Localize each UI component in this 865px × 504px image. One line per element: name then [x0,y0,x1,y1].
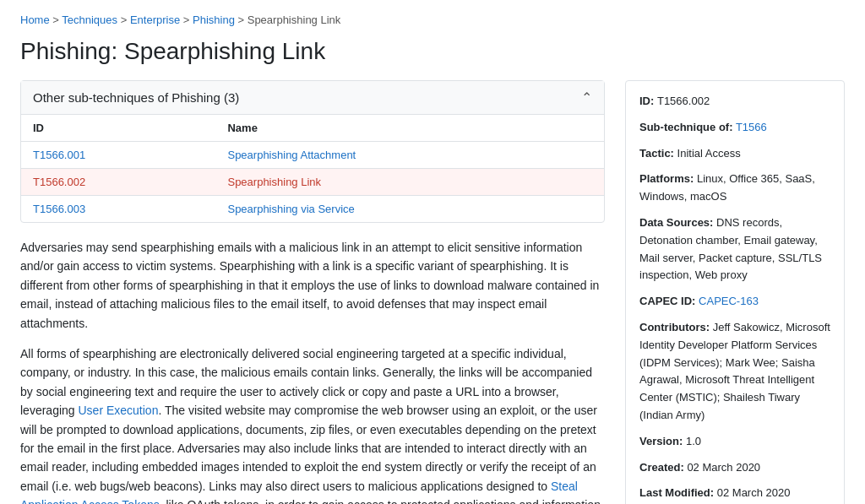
sidebar-version-value: 1.0 [686,435,701,447]
main-content: Other sub-techniques of Phishing (3) ⌃ I… [20,80,605,504]
sidebar-datasources-label: Data Sources: [639,216,713,229]
sidebar-id-value: T1566.002 [657,95,710,107]
sidebar-modified-value: 02 March 2020 [717,486,791,499]
row-name-link[interactable]: Spearphishing Attachment [227,149,356,161]
sidebar-created-label: Created: [639,461,684,474]
sidebar-contributors: Contributors: Jeff Sakowicz, Microsoft I… [639,319,830,425]
chevron-up-icon: ⌃ [581,89,592,106]
right-sidebar: ID: T1566.002 Sub-technique of: T1566 Ta… [625,80,845,504]
row-id: T1566.001 [21,142,215,169]
row-name-link[interactable]: Spearphishing via Service [227,203,354,215]
sidebar-version: Version: 1.0 [639,433,830,451]
breadcrumb-phishing[interactable]: Phishing [193,14,235,26]
sidebar-id: ID: T1566.002 [639,93,830,111]
table-row: T1566.003 Spearphishing via Service [21,196,604,223]
subtechniques-header[interactable]: Other sub-techniques of Phishing (3) ⌃ [21,81,604,115]
sidebar-created-value: 02 March 2020 [687,461,760,474]
row-id: T1566.003 [21,196,215,223]
sidebar-tactic: Tactic: Initial Access [639,145,830,163]
sidebar-modified-label: Last Modified: [639,486,714,499]
subtechniques-table: ID Name T1566.001 Spearphishing Attachme… [21,115,604,222]
breadcrumb-home[interactable]: Home [20,14,50,26]
sidebar-created: Created: 02 March 2020 [639,459,830,477]
row-id-link[interactable]: T1566.001 [33,149,85,161]
sidebar-version-label: Version: [639,435,683,447]
row-id-active: T1566.002 [21,169,215,196]
col-header-name: Name [215,115,604,142]
breadcrumb-sep-3: > [183,14,193,26]
page-title: Phishing: Spearphishing Link [20,38,845,65]
breadcrumb-sep-4: > [238,14,248,26]
sidebar-datasources: Data Sources: DNS records, Detonation ch… [639,214,830,285]
subtechniques-header-text: Other sub-techniques of Phishing (3) [33,90,239,105]
user-execution-link[interactable]: User Execution [79,404,159,417]
row-id-link[interactable]: T1566.003 [33,203,85,215]
breadcrumb-techniques[interactable]: Techniques [62,14,117,26]
sidebar-platforms: Platforms: Linux, Office 365, SaaS, Wind… [639,171,830,206]
table-row-active: T1566.002 Spearphishing Link [21,169,604,196]
sidebar-contributors-label: Contributors: [639,321,710,333]
row-name: Spearphishing Attachment [215,142,604,169]
row-name-active: Spearphishing Link [215,169,604,196]
row-id-active-link[interactable]: T1566.002 [33,176,85,188]
sidebar-platforms-label: Platforms: [639,172,694,185]
sidebar-capec-label: CAPEC ID: [639,295,695,307]
sidebar-tactic-value: Initial Access [677,147,741,160]
row-name: Spearphishing via Service [215,196,604,223]
sidebar-subtechnique-link[interactable]: T1566 [736,121,767,133]
steal-tokens-link[interactable]: Steal Application Access Tokens [20,480,578,504]
breadcrumb-current: Spearphishing Link [248,14,341,26]
breadcrumb: Home > Techniques > Enterprise > Phishin… [20,14,845,26]
sidebar-contributors-value: Jeff Sakowicz, Microsoft Identity Develo… [639,321,830,421]
description-para-2: All forms of spearphishing are electroni… [20,344,605,504]
sidebar-capec-link[interactable]: CAPEC-163 [699,295,759,307]
breadcrumb-sep-1: > [52,14,62,26]
description-para-1: Adversaries may send spearphishing email… [20,238,605,333]
row-name-active-link[interactable]: Spearphishing Link [227,176,321,188]
sidebar-modified: Last Modified: 02 March 2020 [639,485,830,502]
subtechniques-container: Other sub-techniques of Phishing (3) ⌃ I… [20,80,605,223]
sidebar-capec: CAPEC ID: CAPEC-163 [639,293,830,311]
sidebar-id-label: ID: [639,95,657,107]
breadcrumb-enterprise[interactable]: Enterprise [130,14,180,26]
sidebar-subtechnique: Sub-technique of: T1566 [639,119,830,137]
table-row: T1566.001 Spearphishing Attachment [21,142,604,169]
breadcrumb-sep-2: > [121,14,130,26]
sidebar-tactic-label: Tactic: [639,147,674,160]
sidebar-subtechnique-label: Sub-technique of: [639,121,733,133]
col-header-id: ID [21,115,215,142]
